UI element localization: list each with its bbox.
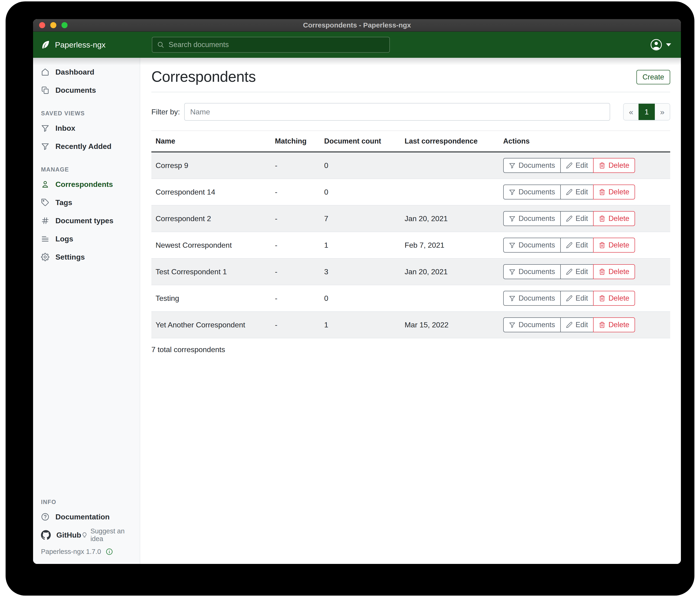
funnel-icon	[509, 162, 516, 169]
funnel-icon	[509, 242, 516, 248]
funnel-icon	[41, 124, 49, 133]
sidebar-item-tags[interactable]: Tags	[33, 193, 140, 212]
sidebar-item-label: Documents	[55, 86, 96, 95]
pencil-icon	[566, 242, 573, 248]
documents-button[interactable]: Documents	[503, 211, 561, 226]
correspondent-document-count: 0	[320, 179, 400, 205]
gear-icon	[41, 253, 49, 261]
window-title: Correspondents - Paperless-ngx	[33, 21, 681, 29]
info-circle-icon[interactable]	[106, 548, 113, 555]
sidebar-item-github[interactable]: GitHub	[41, 530, 81, 540]
user-menu[interactable]	[650, 39, 671, 51]
sidebar-item-logs[interactable]: Logs	[33, 230, 140, 248]
column-header-actions: Actions	[499, 131, 670, 152]
pagination: « 1 »	[623, 103, 670, 120]
delete-button[interactable]: Delete	[593, 264, 635, 279]
sidebar-item-document-types[interactable]: Document types	[33, 212, 140, 230]
filter-row: Filter by: « 1 »	[151, 103, 670, 121]
app-window: Correspondents - Paperless-ngx Paperless…	[33, 19, 681, 564]
correspondent-matching: -	[271, 285, 320, 312]
person-icon	[41, 180, 49, 189]
pencil-icon	[566, 295, 573, 302]
trash-icon	[599, 189, 605, 195]
funnel-icon	[509, 295, 516, 302]
documents-button[interactable]: Documents	[503, 185, 561, 199]
correspondent-name: Correspondent 14	[151, 179, 271, 205]
delete-button[interactable]: Delete	[593, 158, 635, 173]
trash-icon	[599, 242, 605, 248]
section-header-saved-views: SAVED VIEWS	[41, 110, 140, 117]
table-body: Corresp 9 - 0 Documents Edit Delete Cor	[151, 152, 670, 338]
correspondent-last-correspondence: Feb 7, 2021	[400, 232, 499, 258]
close-window-button[interactable]	[39, 22, 45, 28]
documents-button[interactable]: Documents	[503, 264, 561, 279]
sidebar-item-label: Dashboard	[55, 68, 94, 76]
documents-button[interactable]: Documents	[503, 291, 561, 306]
create-button[interactable]: Create	[636, 70, 670, 85]
documents-button[interactable]: Documents	[503, 238, 561, 253]
trash-icon	[599, 295, 605, 302]
edit-button[interactable]: Edit	[560, 317, 594, 332]
sidebar-item-documents[interactable]: Documents	[33, 81, 140, 99]
trash-icon	[599, 215, 605, 222]
sidebar-item-recently-added[interactable]: Recently Added	[33, 137, 140, 156]
correspondent-matching: -	[271, 258, 320, 285]
table-header-row: Name Matching Document count Last corres…	[151, 131, 670, 152]
search-input[interactable]	[168, 40, 385, 49]
sidebar-item-label: Settings	[55, 253, 85, 261]
pencil-icon	[566, 321, 573, 328]
funnel-icon	[509, 189, 516, 195]
window-controls	[39, 22, 68, 28]
lightbulb-icon	[81, 531, 88, 539]
correspondent-last-correspondence	[400, 285, 499, 312]
correspondent-document-count: 0	[320, 152, 400, 179]
correspondent-matching: -	[271, 312, 320, 338]
delete-button[interactable]: Delete	[593, 317, 635, 332]
titlebar: Correspondents - Paperless-ngx	[33, 19, 681, 32]
correspondent-name: Yet Another Correspondent	[151, 312, 271, 338]
pagination-next-button[interactable]: »	[655, 104, 670, 120]
sidebar: Dashboard Documents SAVED VIEWS Inbox Re…	[33, 58, 140, 564]
correspondent-last-correspondence: Mar 15, 2022	[400, 312, 499, 338]
delete-button[interactable]: Delete	[593, 211, 635, 226]
minimize-window-button[interactable]	[50, 22, 56, 28]
sidebar-item-dashboard[interactable]: Dashboard	[33, 63, 140, 81]
name-filter-input[interactable]	[184, 103, 610, 121]
row-actions: Documents Edit Delete	[503, 317, 635, 332]
edit-button[interactable]: Edit	[560, 185, 594, 199]
edit-button[interactable]: Edit	[560, 291, 594, 306]
delete-button[interactable]: Delete	[593, 238, 635, 253]
pencil-icon	[566, 268, 573, 275]
content-area: Dashboard Documents SAVED VIEWS Inbox Re…	[33, 58, 681, 564]
correspondents-table: Name Matching Document count Last corres…	[151, 130, 670, 338]
pencil-icon	[566, 189, 573, 195]
app-navbar: Paperless-ngx	[33, 32, 681, 58]
documents-button[interactable]: Documents	[503, 158, 561, 173]
delete-button[interactable]: Delete	[593, 185, 635, 199]
zoom-window-button[interactable]	[61, 22, 68, 28]
funnel-icon	[509, 321, 516, 328]
correspondent-document-count: 1	[320, 232, 400, 258]
paperless-leaf-logo-icon	[41, 40, 51, 50]
documents-button[interactable]: Documents	[503, 317, 561, 332]
sidebar-item-correspondents[interactable]: Correspondents	[33, 175, 140, 193]
suggest-idea-link[interactable]: Suggest an idea	[81, 527, 134, 543]
edit-button[interactable]: Edit	[560, 158, 594, 173]
edit-button[interactable]: Edit	[560, 238, 594, 253]
sidebar-item-settings[interactable]: Settings	[33, 248, 140, 266]
pagination-page-1[interactable]: 1	[639, 104, 655, 120]
sidebar-item-inbox[interactable]: Inbox	[33, 119, 140, 137]
edit-button[interactable]: Edit	[560, 264, 594, 279]
sidebar-item-label: Correspondents	[55, 180, 113, 189]
correspondent-last-correspondence: Jan 20, 2021	[400, 258, 499, 285]
pagination-prev-button[interactable]: «	[624, 104, 639, 120]
brand[interactable]: Paperless-ngx	[33, 40, 141, 50]
correspondent-name: Test Correspondent 1	[151, 258, 271, 285]
sidebar-item-label: GitHub	[56, 531, 81, 540]
sidebar-item-documentation[interactable]: Documentation	[33, 508, 140, 526]
github-row: GitHub Suggest an idea	[33, 526, 140, 544]
delete-button[interactable]: Delete	[593, 291, 635, 306]
filter-by-label: Filter by:	[151, 108, 180, 116]
edit-button[interactable]: Edit	[560, 211, 594, 226]
sidebar-item-label: Inbox	[55, 124, 75, 133]
